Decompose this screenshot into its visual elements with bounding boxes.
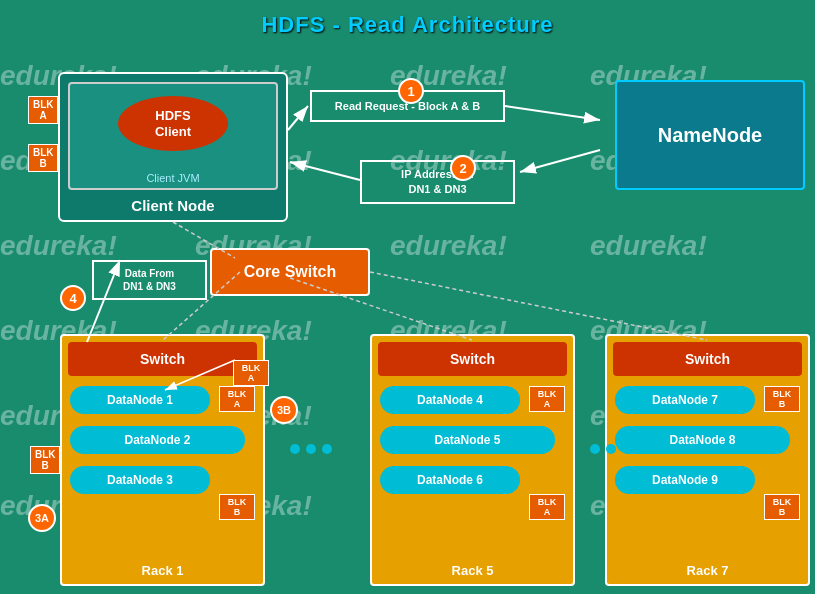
dots-1 [290,444,332,454]
rack7-datanode8: DataNode 8 [615,426,790,454]
rack1-switch-label: Switch [140,351,185,367]
hdfs-client-oval: HDFS Client [118,96,228,151]
rack7-label: Rack 7 [607,563,808,578]
main-layer: HDFS - Read Architecture HDFS Client Cli… [0,0,815,594]
data-from-box: Data FromDN1 & DN3 [92,260,207,300]
rack5-switch-bar: Switch [378,342,567,376]
client-node-box: HDFS Client Client JVM Client Node BLKA … [58,72,288,222]
rack1-label: Rack 1 [62,563,263,578]
rack7-switch-bar: Switch [613,342,802,376]
rack1-blk-b: BLKB [219,494,255,520]
page-title: HDFS - Read Architecture [0,12,815,38]
namenode-label: NameNode [658,124,762,147]
dot-2 [306,444,316,454]
core-switch-label: Core Switch [244,263,336,281]
dot-6 [622,444,632,454]
dot-4 [590,444,600,454]
dots-2 [590,444,632,454]
dot-1 [290,444,300,454]
client-node-label: Client Node [60,197,286,214]
rack5-label: Rack 5 [372,563,573,578]
rack5-datanode4: DataNode 4 [380,386,520,414]
step-4-circle: 4 [60,285,86,311]
hdfs-client-line2: Client [155,124,191,140]
rack5-datanode5: DataNode 5 [380,426,555,454]
rack1-datanode3: DataNode 3 [70,466,210,494]
rack5-blk-a1: BLKA [529,386,565,412]
rack7-switch-label: Switch [685,351,730,367]
rack7-blk-b2: BLKB [764,494,800,520]
rack1-datanode2: DataNode 2 [70,426,245,454]
rack5-switch-label: Switch [450,351,495,367]
step-2-circle: 2 [450,155,476,181]
rack1-datanode1: DataNode 1 [70,386,210,414]
namenode-box: NameNode [615,80,805,190]
client-blk-b: BLKB [28,144,58,172]
step-1-circle: 1 [398,78,424,104]
rack1-left-blk-b: BLKB [30,446,60,474]
ip-addr-box: IP Addresses:DN1 & DN3 [360,160,515,204]
dot-3 [322,444,332,454]
core-switch-box: Core Switch [210,248,370,296]
mid-blk-a: BLKA [233,360,269,386]
step-3b-circle: 3B [270,396,298,424]
rack7-blk-b1: BLKB [764,386,800,412]
rack-7-box: Switch DataNode 7 BLKB DataNode 8 DataNo… [605,334,810,586]
step-3a-circle: 3A [28,504,56,532]
rack5-datanode6: DataNode 6 [380,466,520,494]
rack1-blk-a: BLKA [219,386,255,412]
rack7-datanode7: DataNode 7 [615,386,755,414]
rack7-datanode9: DataNode 9 [615,466,755,494]
client-jvm-box: HDFS Client Client JVM [68,82,278,190]
rack-5-box: Switch DataNode 4 BLKA DataNode 5 DataNo… [370,334,575,586]
dot-5 [606,444,616,454]
hdfs-client-line1: HDFS [155,108,190,124]
rack1-switch-bar: Switch [68,342,257,376]
client-jvm-label: Client JVM [70,172,276,184]
data-from-text: Data FromDN1 & DN3 [123,267,176,293]
client-blk-a: BLKA [28,96,58,124]
rack5-blk-a2: BLKA [529,494,565,520]
